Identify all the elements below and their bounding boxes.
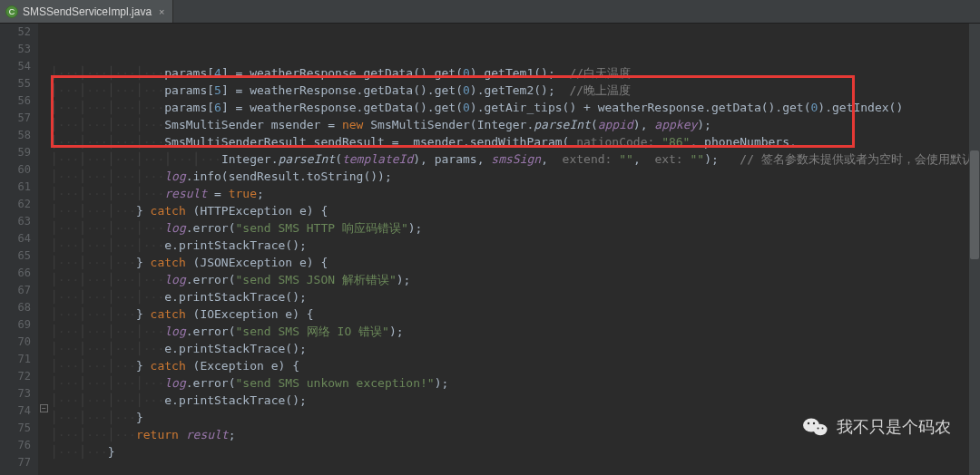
line-number: 61 <box>0 179 31 196</box>
line-number: 60 <box>0 161 31 179</box>
line-number: 69 <box>0 316 31 334</box>
code-line[interactable]: │···│···} <box>51 443 980 460</box>
line-number: 57 <box>0 110 31 127</box>
line-number-gutter: 5253545556575859606162636465666768697071… <box>0 24 38 475</box>
code-line[interactable]: │···│···│···│···log.error("send SMS unko… <box>51 374 980 392</box>
code-line[interactable] <box>51 460 980 475</box>
line-number: 55 <box>0 75 31 92</box>
line-number: 73 <box>0 385 31 402</box>
line-number: 59 <box>0 144 31 161</box>
code-line[interactable]: │···│···│···│···result = true; <box>51 185 980 202</box>
java-class-icon: C <box>5 5 18 18</box>
fold-strip: − <box>38 24 51 475</box>
line-number: 75 <box>0 420 31 437</box>
line-number: 67 <box>0 282 31 299</box>
line-number: 74 <box>0 402 31 420</box>
code-line[interactable]: │···│···│···│···│···│···Integer.parseInt… <box>51 150 980 168</box>
code-line[interactable]: │···│···│···│···params[4] = weatherRespo… <box>51 64 980 82</box>
code-line[interactable]: │···│···│···│···log.info(sendResult.toSt… <box>51 168 980 185</box>
line-number: 62 <box>0 196 31 213</box>
svg-point-3 <box>814 424 828 435</box>
code-line[interactable]: │···│···│···} catch (JSONException e) { <box>51 254 980 271</box>
svg-point-4 <box>808 422 809 424</box>
svg-point-6 <box>818 428 819 430</box>
code-line[interactable]: │···│···│···│···e.printStackTrace(); <box>51 392 980 409</box>
tab-bar: C SMSSendServiceImpl.java × <box>0 0 980 24</box>
code-editor[interactable]: │···│···│···│···params[4] = weatherRespo… <box>51 24 980 475</box>
line-number: 72 <box>0 368 31 385</box>
scrollbar-thumb[interactable] <box>970 150 979 259</box>
code-line[interactable]: │···│···│···│···SmsMultiSenderResult sen… <box>51 133 980 150</box>
line-number: 63 <box>0 213 31 230</box>
line-number: 53 <box>0 41 31 58</box>
line-number: 68 <box>0 299 31 316</box>
code-line[interactable]: │···│···│···│···log.error("send SMS JSON… <box>51 271 980 288</box>
line-number: 66 <box>0 265 31 282</box>
file-tab[interactable]: C SMSSendServiceImpl.java × <box>0 0 173 23</box>
svg-point-5 <box>813 422 815 424</box>
code-line[interactable]: │···│···│···│···e.printStackTrace(); <box>51 340 980 357</box>
line-number: 54 <box>0 58 31 75</box>
code-line[interactable]: │···│···│···│···e.printStackTrace(); <box>51 288 980 305</box>
code-line[interactable]: │···│···│···│···log.error("send SMS 网络 I… <box>51 323 980 340</box>
svg-point-7 <box>822 428 824 430</box>
code-line[interactable]: │···│···│···│···params[6] = weatherRespo… <box>51 99 980 116</box>
watermark: 我不只是个码农 <box>802 413 951 441</box>
code-line[interactable]: │···│···│···│···e.printStackTrace(); <box>51 237 980 254</box>
line-number: 56 <box>0 92 31 110</box>
code-line[interactable]: │···│···│···} catch (HTTPException e) { <box>51 202 980 219</box>
line-number: 64 <box>0 230 31 247</box>
close-icon[interactable]: × <box>159 6 164 17</box>
code-line[interactable]: │···│···│···│···log.error("send SMS HTTP… <box>51 219 980 237</box>
fold-marker-icon[interactable]: − <box>40 404 48 412</box>
line-number: 76 <box>0 437 31 454</box>
svg-text:C: C <box>9 7 15 16</box>
line-number: 58 <box>0 127 31 144</box>
code-line[interactable]: │···│···│···│···params[5] = weatherRespo… <box>51 82 980 99</box>
wechat-icon <box>802 413 829 441</box>
line-number: 52 <box>0 24 31 41</box>
editor-area: 5253545556575859606162636465666768697071… <box>0 24 980 475</box>
line-number: 71 <box>0 351 31 368</box>
line-number: 77 <box>0 454 31 471</box>
line-number: 65 <box>0 247 31 265</box>
code-line[interactable]: │···│···│···} catch (Exception e) { <box>51 357 980 374</box>
code-line[interactable]: │···│···│···│···SmsMultiSender msender =… <box>51 116 980 133</box>
code-line[interactable]: │···│···│···} catch (IOException e) { <box>51 305 980 323</box>
vertical-scrollbar[interactable] <box>969 24 980 475</box>
tab-filename: SMSSendServiceImpl.java <box>23 5 152 18</box>
line-number: 70 <box>0 334 31 351</box>
watermark-text: 我不只是个码农 <box>837 416 951 438</box>
